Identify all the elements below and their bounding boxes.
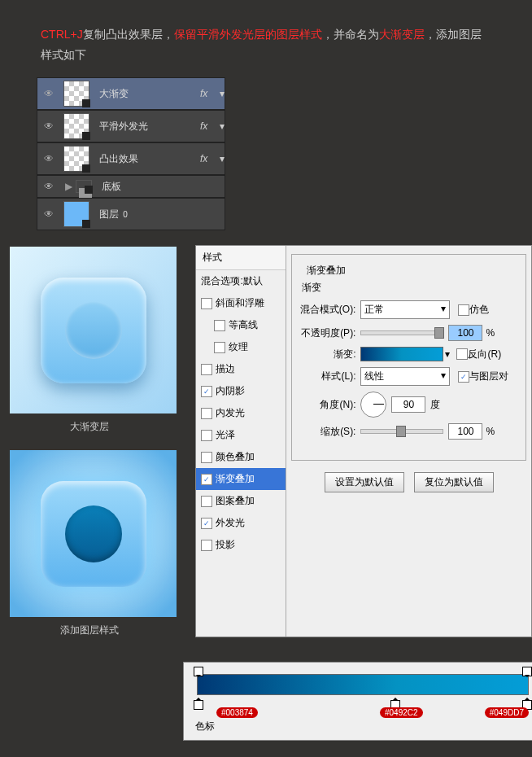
preview-image [10,247,177,414]
visibility-icon[interactable]: 👁 [37,208,60,220]
opacity-input[interactable]: 100 [448,325,482,341]
gradient-label: 渐变: [299,348,355,361]
checkbox[interactable] [201,298,212,309]
gradient-overlay-panel: 渐变叠加 渐变 混合模式(O):正常▾仿色 不透明度(P):100% 渐变:▾反… [286,246,531,637]
blend-mode-select[interactable]: 正常▾ [360,300,450,319]
angle-label: 角度(N): [299,398,355,412]
layer-row[interactable]: 👁 平滑外发光 fx▾ [37,110,225,142]
checkbox[interactable] [201,430,212,441]
layer-name[interactable]: 大渐变 [93,87,200,101]
angle-input[interactable]: 90 [391,396,425,413]
color-tag: #0492C2 [380,707,423,718]
scale-input[interactable]: 100 [448,423,482,440]
chevron-down-icon[interactable]: ▾ [220,120,225,132]
make-default-button[interactable]: 设置为默认值 [325,472,404,492]
checkbox[interactable] [201,408,212,419]
gradient-bar[interactable] [197,674,529,695]
opacity-label: 不透明度(P): [299,326,355,340]
visibility-icon[interactable]: 👁 [37,88,60,99]
align-checkbox[interactable]: ✓ [458,371,469,383]
fx-icon[interactable]: fx [200,153,220,164]
instruction-text: CTRL+J复制凸出效果层，保留平滑外发光层的图层样式，并命名为大渐变层，添加图… [0,0,532,77]
style-outer-glow[interactable]: ✓外发光 [196,512,286,534]
style-inner-shadow[interactable]: ✓内阴影 [196,380,286,402]
reverse-checkbox[interactable] [456,348,468,360]
style-pattern-overlay[interactable]: 图案叠加 [196,490,286,512]
preview-caption: 大渐变层 [0,420,179,434]
layer-thumb[interactable] [63,81,89,107]
inner-title: 渐变 [302,281,519,295]
visibility-icon[interactable]: 👁 [37,120,60,132]
color-stop[interactable] [194,700,203,710]
style-texture[interactable]: 纹理 [196,336,286,358]
layer-name[interactable]: 凸出效果 [93,152,200,166]
style-label: 样式(L): [299,370,355,383]
style-select[interactable]: 线性▾ [360,367,450,386]
layer-row[interactable]: 👁 凸出效果 fx▾ [37,142,225,175]
style-color-overlay[interactable]: 颜色叠加 [196,446,286,468]
checkbox[interactable]: ✓ [201,386,212,397]
scale-slider[interactable] [360,429,443,434]
checkbox[interactable]: ✓ [201,518,212,529]
folder-icon[interactable] [76,180,92,193]
opacity-slider[interactable] [360,330,443,335]
angle-dial[interactable] [360,392,386,418]
color-tag: #049DD7 [485,707,529,718]
layer-thumb[interactable] [63,201,89,227]
layer-thumb[interactable] [63,113,89,139]
scale-label: 缩放(S): [299,425,355,439]
layers-panel: 👁 大渐变 fx▾ 👁 平滑外发光 fx▾ 👁 凸出效果 fx▾ 👁 ▶ 底板 … [37,77,225,230]
style-drop-shadow[interactable]: 投影 [196,534,286,556]
styles-header: 样式 [196,246,286,270]
layer-name[interactable]: 平滑外发光 [93,120,200,133]
style-inner-glow[interactable]: 内发光 [196,402,286,424]
chevron-down-icon[interactable]: ▾ [220,88,225,99]
style-stroke[interactable]: 描边 [196,358,286,380]
layer-row[interactable]: 👁 ▶ 底板 [37,175,225,198]
style-satin[interactable]: 光泽 [196,424,286,446]
reset-default-button[interactable]: 复位为默认值 [414,472,494,492]
style-gradient-overlay[interactable]: ✓渐变叠加 [196,468,286,490]
layer-name[interactable]: 底板 [95,180,225,194]
layer-row[interactable]: 👁 图层 0 [37,198,225,230]
color-tag: #003874 [216,707,258,718]
chevron-down-icon: ▾ [441,303,446,317]
preview-caption: 添加图层样式 [0,624,179,637]
gradient-picker[interactable] [360,347,443,361]
visibility-icon[interactable]: 👁 [37,181,60,192]
style-list: 样式 混合选项:默认 斜面和浮雕 等高线 纹理 描边 ✓内阴影 内发光 光泽 颜… [196,246,286,637]
checkbox[interactable] [214,320,225,331]
fx-icon[interactable]: fx [200,120,220,132]
opacity-stop[interactable] [522,667,532,676]
chevron-down-icon[interactable]: ▾ [445,348,450,360]
layer-name[interactable]: 图层 0 [93,208,225,221]
chevron-down-icon: ▾ [441,370,446,383]
expand-icon[interactable]: ▶ [65,181,72,192]
group-title: 渐变叠加 [303,264,349,278]
layer-row[interactable]: 👁 大渐变 fx▾ [37,77,225,110]
visibility-icon[interactable]: 👁 [37,153,60,164]
style-bevel[interactable]: 斜面和浮雕 [196,292,286,314]
dither-checkbox[interactable] [458,304,469,316]
opacity-stop[interactable] [194,667,203,676]
chevron-down-icon[interactable]: ▾ [220,153,225,164]
checkbox[interactable] [214,342,225,353]
checkbox[interactable] [201,452,212,463]
blend-options[interactable]: 混合选项:默认 [196,270,286,292]
checkbox[interactable] [201,364,212,375]
checkbox[interactable]: ✓ [201,474,212,485]
gradient-editor: #003874 #0492C2 #049DD7 色标 [183,662,532,741]
layer-style-dialog: 样式 混合选项:默认 斜面和浮雕 等高线 纹理 描边 ✓内阴影 内发光 光泽 颜… [195,245,532,637]
fx-icon[interactable]: fx [200,88,220,99]
checkbox[interactable] [201,496,212,507]
checkbox[interactable] [201,540,212,551]
style-contour[interactable]: 等高线 [196,314,286,336]
blend-mode-label: 混合模式(O): [299,303,355,317]
layer-thumb[interactable] [63,146,89,172]
preview-image [10,450,177,617]
